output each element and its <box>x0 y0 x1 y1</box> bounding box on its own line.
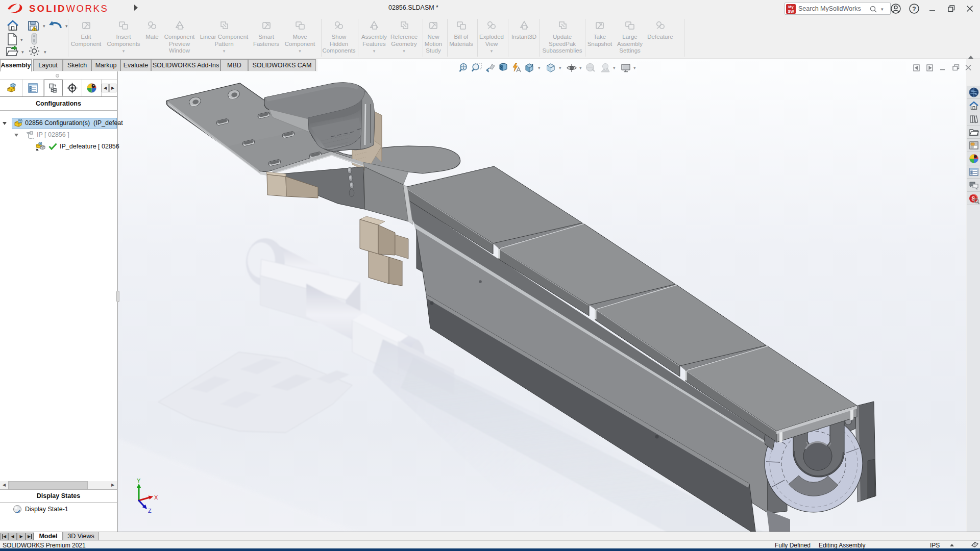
svg-text:Y: Y <box>137 478 141 484</box>
svg-text:Z: Z <box>148 508 152 514</box>
svg-text:?: ? <box>912 6 916 13</box>
svg-text:!: ! <box>34 28 35 31</box>
svg-text:S: S <box>971 195 975 202</box>
svg-text:X: X <box>154 494 158 500</box>
